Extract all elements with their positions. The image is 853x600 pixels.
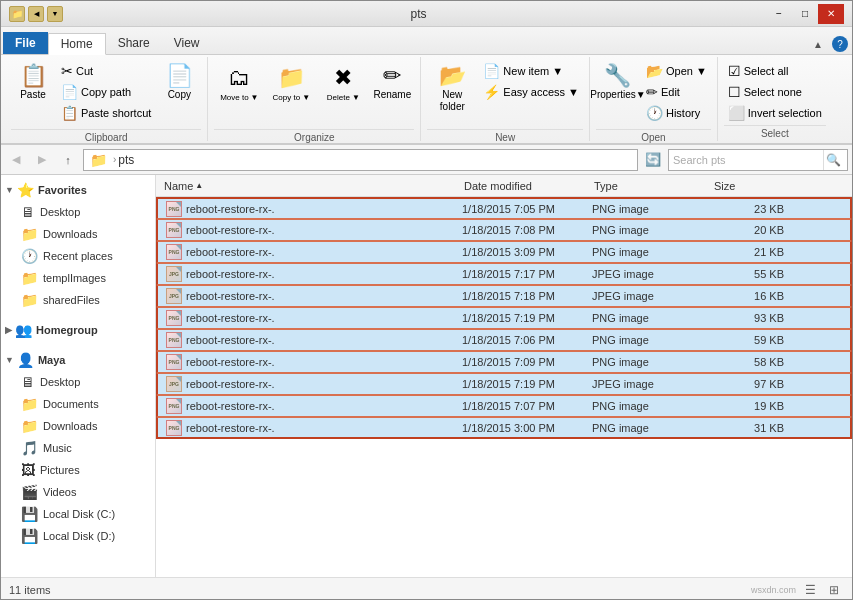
- ribbon-collapse-button[interactable]: ▲: [808, 34, 828, 54]
- file-type-cell: PNG image: [588, 356, 708, 368]
- window-controls: − □ ✕: [766, 4, 844, 24]
- tab-view[interactable]: View: [162, 32, 212, 54]
- file-name: reboot-restore-rx-.: [186, 290, 275, 302]
- sidebar-item-sharedfiles[interactable]: 📁 sharedFiles: [1, 289, 155, 311]
- file-type-icon: PNG: [166, 420, 182, 436]
- sidebar-item-desktop[interactable]: 🖥 Desktop: [1, 201, 155, 223]
- up-button[interactable]: ↑: [57, 149, 79, 171]
- new-item-button[interactable]: 📄 New item ▼: [479, 61, 583, 81]
- table-row[interactable]: PNG reboot-restore-rx-. 1/18/2015 7:19 P…: [156, 307, 852, 329]
- sidebar-item-maya-pictures[interactable]: 🖼 Pictures: [1, 459, 155, 481]
- ribbon: 📋 Paste ✂ Cut 📄 Copy path 📋 Paste shortc…: [1, 55, 852, 145]
- maya-desktop-icon: 🖥: [21, 374, 35, 390]
- local-c-icon: 💾: [21, 506, 38, 522]
- tab-home[interactable]: Home: [48, 33, 106, 55]
- file-list[interactable]: PNG reboot-restore-rx-. 1/18/2015 7:05 P…: [156, 197, 852, 577]
- table-row[interactable]: JPG reboot-restore-rx-. 1/18/2015 7:19 P…: [156, 373, 852, 395]
- new-content: 📂 New folder 📄 New item ▼ ⚡ Easy access …: [427, 59, 583, 127]
- select-all-button[interactable]: ☑ Select all: [724, 61, 826, 81]
- folder-icon-small: 📁: [9, 6, 25, 22]
- copy-path-button[interactable]: 📄 Copy path: [57, 82, 155, 102]
- select-none-icon: ☐: [728, 84, 741, 100]
- file-date-cell: 1/18/2015 7:19 PM: [458, 378, 588, 390]
- maya-videos-icon: 🎬: [21, 484, 38, 500]
- new-folder-button[interactable]: 📂 New folder: [427, 61, 477, 127]
- maya-label: Maya: [38, 354, 66, 366]
- sidebar-item-maya-music[interactable]: 🎵 Music: [1, 437, 155, 459]
- cut-button[interactable]: ✂ Cut: [57, 61, 155, 81]
- table-row[interactable]: PNG reboot-restore-rx-. 1/18/2015 7:06 P…: [156, 329, 852, 351]
- table-row[interactable]: PNG reboot-restore-rx-. 1/18/2015 3:09 P…: [156, 241, 852, 263]
- sidebar-item-local-c[interactable]: 💾 Local Disk (C:): [1, 503, 155, 525]
- maximize-button[interactable]: □: [792, 4, 818, 24]
- ribbon-help-button[interactable]: ?: [832, 36, 848, 52]
- file-name: reboot-restore-rx-.: [186, 378, 275, 390]
- edit-button[interactable]: ✏ Edit: [642, 82, 711, 102]
- copy-button[interactable]: 📄 Copy: [157, 61, 201, 127]
- col-header-name[interactable]: Name ▲: [160, 175, 460, 196]
- address-field[interactable]: 📁 › pts: [83, 149, 638, 171]
- search-button[interactable]: 🔍: [823, 150, 843, 170]
- table-row[interactable]: PNG reboot-restore-rx-. 1/18/2015 3:00 P…: [156, 417, 852, 439]
- minimize-button[interactable]: −: [766, 4, 792, 24]
- sidebar-item-downloads[interactable]: 📁 Downloads: [1, 223, 155, 245]
- paste-shortcut-button[interactable]: 📋 Paste shortcut: [57, 103, 155, 123]
- separator-2: [1, 341, 155, 349]
- close-button[interactable]: ✕: [818, 4, 844, 24]
- address-sep: ›: [113, 154, 116, 165]
- paste-button[interactable]: 📋 Paste: [11, 61, 55, 127]
- history-button[interactable]: 🕐 History: [642, 103, 711, 123]
- view-details-button[interactable]: ☰: [800, 581, 820, 599]
- new-folder-icon: 📂: [439, 65, 466, 87]
- move-to-button[interactable]: 🗂 Move to ▼: [214, 61, 264, 127]
- search-placeholder: Search pts: [673, 154, 823, 166]
- sidebar-item-maya-desktop[interactable]: 🖥 Desktop: [1, 371, 155, 393]
- title-bar-icons: 📁 ◀ ▼: [9, 6, 63, 22]
- maya-downloads-label: Downloads: [43, 420, 97, 432]
- file-name-cell: PNG reboot-restore-rx-.: [162, 332, 458, 348]
- col-header-size[interactable]: Size: [710, 175, 790, 196]
- favorites-header[interactable]: ▼ ⭐ Favorites: [1, 179, 155, 201]
- sidebar-item-maya-downloads[interactable]: 📁 Downloads: [1, 415, 155, 437]
- file-type-icon: JPG: [166, 266, 182, 282]
- select-none-button[interactable]: ☐ Select none: [724, 82, 826, 102]
- sidebar-item-templimages[interactable]: 📁 templImages: [1, 267, 155, 289]
- sidebar: ▼ ⭐ Favorites 🖥 Desktop 📁 Downloads 🕐 Re…: [1, 175, 156, 577]
- easy-access-arrow: ▼: [568, 86, 579, 98]
- sidebar-item-local-d[interactable]: 💾 Local Disk (D:): [1, 525, 155, 547]
- file-type-icon: JPG: [166, 376, 182, 392]
- folder-addr-icon: 📁: [90, 152, 107, 168]
- tab-file[interactable]: File: [3, 32, 48, 54]
- properties-button[interactable]: 🔧 Properties▼: [596, 61, 640, 127]
- file-type-cell: PNG image: [588, 312, 708, 324]
- col-header-date[interactable]: Date modified: [460, 175, 590, 196]
- table-row[interactable]: PNG reboot-restore-rx-. 1/18/2015 7:09 P…: [156, 351, 852, 373]
- maya-desktop-label: Desktop: [40, 376, 80, 388]
- table-row[interactable]: PNG reboot-restore-rx-. 1/18/2015 7:07 P…: [156, 395, 852, 417]
- copyto-arrow-icon: ▼: [302, 93, 310, 102]
- refresh-button[interactable]: 🔄: [642, 149, 664, 171]
- back-button[interactable]: ◀: [5, 149, 27, 171]
- table-row[interactable]: PNG reboot-restore-rx-. 1/18/2015 7:05 P…: [156, 197, 852, 219]
- tab-share[interactable]: Share: [106, 32, 162, 54]
- easy-access-button[interactable]: ⚡ Easy access ▼: [479, 82, 583, 102]
- local-d-label: Local Disk (D:): [43, 530, 115, 542]
- delete-button[interactable]: ✖ Delete ▼: [318, 61, 368, 127]
- forward-button[interactable]: ▶: [31, 149, 53, 171]
- sidebar-item-maya-videos[interactable]: 🎬 Videos: [1, 481, 155, 503]
- open-button[interactable]: 📂 Open ▼: [642, 61, 711, 81]
- rename-button[interactable]: ✏ Rename: [370, 61, 414, 127]
- table-row[interactable]: PNG reboot-restore-rx-. 1/18/2015 7:08 P…: [156, 219, 852, 241]
- invert-selection-button[interactable]: ⬜ Invert selection: [724, 103, 826, 123]
- file-type-cell: PNG image: [588, 224, 708, 236]
- sidebar-item-maya-documents[interactable]: 📁 Documents: [1, 393, 155, 415]
- sidebar-item-recent-places[interactable]: 🕐 Recent places: [1, 245, 155, 267]
- view-large-icons-button[interactable]: ⊞: [824, 581, 844, 599]
- copy-to-button[interactable]: 📁 Copy to ▼: [266, 61, 316, 127]
- col-header-type[interactable]: Type: [590, 175, 710, 196]
- table-row[interactable]: JPG reboot-restore-rx-. 1/18/2015 7:18 P…: [156, 285, 852, 307]
- new-label: New: [427, 129, 583, 143]
- homegroup-header[interactable]: ▶ 👥 Homegroup: [1, 319, 155, 341]
- maya-header[interactable]: ▼ 👤 Maya: [1, 349, 155, 371]
- table-row[interactable]: JPG reboot-restore-rx-. 1/18/2015 7:17 P…: [156, 263, 852, 285]
